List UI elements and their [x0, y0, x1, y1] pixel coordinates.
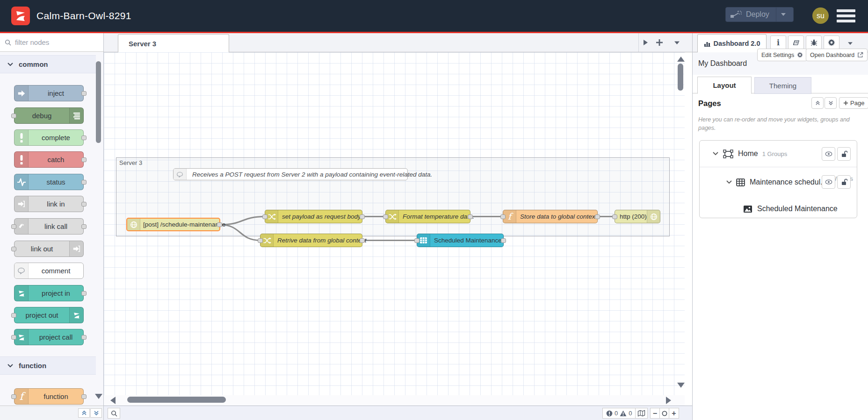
user-avatar[interactable]: su	[812, 7, 829, 24]
node-port[interactable]	[11, 247, 16, 251]
zoom-out-button[interactable]: −	[651, 408, 660, 418]
palette-node-project-out[interactable]: project out	[14, 307, 84, 323]
tree-row-home[interactable]: Home 1 Groups	[700, 141, 857, 167]
canvas-scroll-left-arrow[interactable]	[110, 397, 116, 404]
debug-tab-button[interactable]	[806, 36, 822, 50]
node-port[interactable]	[11, 224, 16, 229]
palette-category-function[interactable]: function	[0, 356, 96, 375]
add-flow-button[interactable]	[652, 36, 666, 49]
node-port[interactable]	[81, 335, 87, 340]
node-port[interactable]	[500, 214, 506, 219]
sidebar-menu-dropdown[interactable]	[843, 37, 857, 50]
canvas-vertical-scrollbar-thumb[interactable]	[678, 64, 683, 91]
help-tab-button[interactable]	[788, 36, 804, 50]
palette-node-catch[interactable]: catch	[14, 151, 84, 168]
node-port[interactable]	[612, 214, 617, 219]
node-ui-table-scheduled-maintenance[interactable]: Scheduled Maintenance	[417, 234, 504, 247]
node-port[interactable]	[11, 114, 16, 118]
flow-canvas[interactable]: Server 3 Receives a POST request from Se…	[104, 52, 685, 395]
node-change-format-temperature[interactable]: Format temperature data.	[385, 210, 470, 223]
palette-scrollbar-thumb[interactable]	[96, 61, 101, 143]
node-port[interactable]	[414, 238, 420, 243]
lock-toggle-button[interactable]	[837, 175, 851, 189]
external-link-icon	[857, 52, 863, 58]
node-port[interactable]	[383, 214, 388, 219]
node-port[interactable]	[81, 224, 87, 229]
info-tab-button[interactable]: i	[770, 36, 786, 50]
zoom-in-button[interactable]: +	[669, 408, 679, 418]
palette-node-function[interactable]: f function	[14, 388, 84, 405]
node-port[interactable]	[595, 214, 600, 219]
comment-node[interactable]: Receives a POST request from Server 2 wi…	[173, 168, 408, 180]
palette-node-complete[interactable]: complete	[14, 129, 84, 146]
node-port[interactable]	[81, 180, 87, 185]
palette-node-inject[interactable]: inject	[14, 85, 84, 101]
zoom-reset-button[interactable]	[660, 408, 669, 418]
node-change-retrieve-data[interactable]: Retrive data from global context	[260, 234, 362, 247]
node-port[interactable]	[81, 135, 87, 140]
node-port[interactable]	[360, 214, 365, 219]
node-port[interactable]	[262, 214, 268, 219]
palette-node-link-out[interactable]: link out	[14, 241, 84, 257]
expand-pages-button[interactable]	[825, 97, 837, 109]
expand-all-button[interactable]	[90, 408, 102, 418]
main-menu-button[interactable]	[837, 9, 855, 22]
node-port[interactable]	[81, 202, 87, 206]
pages-help-text: Here you can re-order and move your widg…	[698, 115, 860, 132]
canvas-horizontal-scrollbar-thumb[interactable]	[127, 397, 226, 403]
config-tab-button[interactable]	[824, 36, 839, 50]
node-port[interactable]	[81, 394, 87, 399]
tab-dashboard-2[interactable]: Dashboard 2.0	[697, 34, 767, 52]
canvas-scroll-down-arrow[interactable]	[677, 383, 685, 388]
node-port[interactable]	[11, 335, 16, 340]
visibility-toggle-button[interactable]	[822, 147, 835, 161]
tree-row-widget[interactable]: Scheduled Maintenance	[700, 200, 857, 217]
canvas-scroll-up-arrow[interactable]	[677, 57, 685, 62]
visibility-toggle-button[interactable]	[822, 175, 835, 189]
palette-node-status[interactable]: status	[14, 174, 84, 190]
node-change-set-payload[interactable]: set payload as request body	[265, 210, 362, 223]
node-port[interactable]	[81, 91, 87, 96]
palette-node-project-in[interactable]: project in	[14, 285, 84, 301]
tab-theming[interactable]: Theming	[754, 77, 811, 94]
canvas-search-button[interactable]	[108, 408, 120, 419]
open-dashboard-button[interactable]: Open Dashboard	[806, 49, 868, 61]
search-icon	[5, 39, 11, 46]
collapse-pages-button[interactable]	[811, 97, 824, 109]
node-port[interactable]	[501, 238, 506, 243]
node-function-store-data[interactable]: f Store data to global context	[503, 210, 598, 223]
deploy-button[interactable]: Deploy	[725, 7, 794, 22]
tab-scroll-right-button[interactable]	[638, 36, 652, 49]
page-meta: 1 Groups	[762, 150, 787, 157]
palette-node-link-in[interactable]: link in	[14, 196, 84, 212]
debug-icon	[69, 108, 83, 123]
palette-scroll-down-arrow[interactable]	[95, 394, 102, 399]
node-port[interactable]	[217, 222, 222, 227]
palette-node-link-call[interactable]: link call	[14, 218, 84, 235]
node-port[interactable]	[360, 238, 365, 243]
add-page-button[interactable]: Page	[839, 97, 868, 109]
collapse-all-button[interactable]	[78, 408, 90, 418]
notification-counts[interactable]: 0 0	[602, 408, 636, 419]
node-port[interactable]	[81, 157, 87, 162]
node-port[interactable]	[11, 394, 16, 399]
palette-node-debug[interactable]: debug	[14, 107, 84, 124]
palette-category-common[interactable]: common	[0, 55, 96, 73]
canvas-scroll-right-arrow[interactable]	[666, 397, 671, 404]
node-port[interactable]	[11, 313, 16, 318]
palette-filter[interactable]: filter nodes	[0, 33, 103, 52]
node-port[interactable]	[258, 238, 263, 243]
tree-row-group[interactable]: Maintenance schedul...	[700, 170, 857, 195]
flow-tab-server3[interactable]: Server 3	[118, 34, 229, 52]
edit-settings-button[interactable]: Edit Settings	[757, 49, 807, 61]
palette-node-project-call[interactable]: project call	[14, 329, 84, 345]
flow-list-button[interactable]	[670, 36, 684, 49]
palette-node-comment[interactable]: comment	[14, 263, 84, 279]
navigator-button[interactable]	[635, 408, 648, 419]
node-port[interactable]	[81, 291, 87, 296]
tab-layout[interactable]: Layout	[697, 77, 752, 94]
lock-toggle-button[interactable]	[837, 147, 851, 161]
node-port[interactable]	[468, 214, 473, 219]
node-http-response[interactable]: http (200)	[615, 210, 660, 223]
node-http-in[interactable]: [post] /schedule-maintenance	[126, 218, 220, 231]
